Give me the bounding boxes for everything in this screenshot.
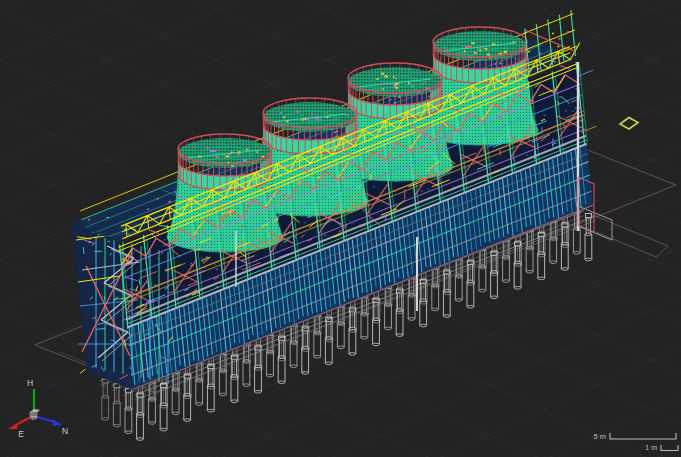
model-scene[interactable]: ST H E N 5 m 1 m bbox=[0, 0, 681, 457]
axis-east-label: E bbox=[18, 429, 24, 439]
scale-1m-label: 1 m bbox=[645, 444, 657, 451]
scale-5m-label: 5 m bbox=[593, 432, 606, 441]
origin-label: ST bbox=[31, 416, 37, 421]
axis-up-label: H bbox=[27, 378, 33, 388]
cad-3d-viewport[interactable]: ST H E N 5 m 1 m bbox=[0, 0, 681, 457]
axis-north-label: N bbox=[62, 426, 68, 436]
